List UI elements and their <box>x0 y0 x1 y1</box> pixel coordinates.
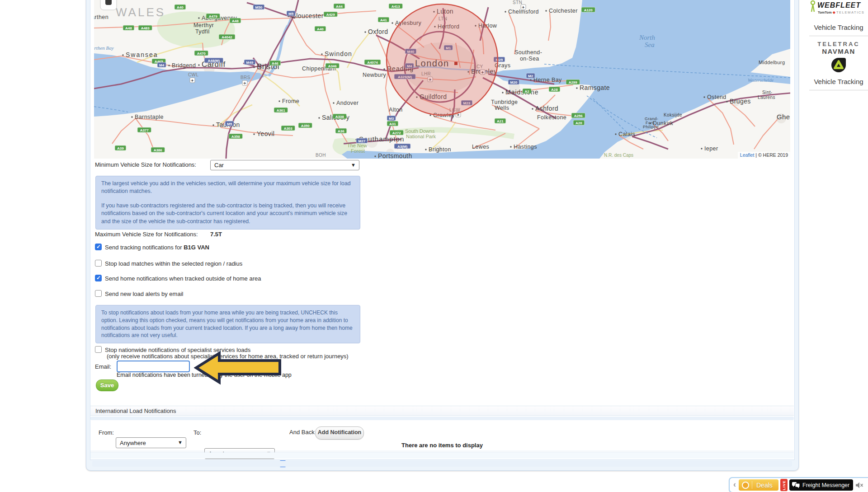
map-city-label: BOH <box>316 153 326 158</box>
map-road-badge-label: A46 <box>272 61 278 66</box>
info-box-vehicle-size: The largest vehicle you add in the vehic… <box>95 176 360 230</box>
intl-section-title: International Load Notifications <box>95 408 176 414</box>
map-city-label: Carmarthen <box>94 14 108 20</box>
collapse-chevron-icon[interactable]: ‹ <box>733 480 736 489</box>
map-city-label: Middelburg <box>759 60 785 65</box>
map-road-badge-label: A28 <box>551 88 558 92</box>
map-road-badge-label: M27 <box>359 139 366 143</box>
map-city-dot <box>122 54 123 56</box>
map-city-label: Calais <box>618 131 635 137</box>
map-city-dot <box>510 146 511 147</box>
map[interactable]: WALESNorthSeaCarmarthen BayWesterschelde… <box>94 0 790 159</box>
map-city-dot <box>726 101 727 102</box>
live-badge[interactable]: LIVE <box>780 479 788 491</box>
map-road-badge-label: A48 <box>125 26 132 30</box>
map-city-dot <box>321 53 322 55</box>
deals-button[interactable]: Deals <box>739 479 778 491</box>
map-road-badge-label: A358 <box>231 135 241 139</box>
map-city-dot <box>392 22 393 23</box>
map-city-label: Hastings <box>514 144 537 150</box>
map-city-dot <box>253 66 255 68</box>
map-road-badge-label: M5 <box>288 12 294 16</box>
map-city-dot <box>198 17 199 19</box>
map-road-badge-label: A303 <box>284 127 293 131</box>
freight-messenger-label: Freight Messenger <box>802 482 849 488</box>
map-road-badge-label: M49 <box>246 61 254 65</box>
map-road-badge-label: A39 <box>117 146 124 150</box>
map-city-dot <box>318 117 320 118</box>
map-road-badge-label: M4 <box>159 63 165 67</box>
map-city-dot <box>701 148 702 149</box>
leaflet-link[interactable]: Leaflet <box>740 152 755 158</box>
map-city-label: Ieper <box>704 145 718 152</box>
map-city-label: Tydfil <box>195 28 210 35</box>
webfleet-logo[interactable]: WEBFLEET TomTom ◆ TELEMATICS <box>809 0 868 16</box>
map-city-label: Ostend <box>707 94 726 100</box>
map-city-label: Newbury <box>363 72 386 78</box>
tracking-notifications-checkbox[interactable] <box>95 244 102 250</box>
map-road-badge-label: M5 <box>227 122 232 126</box>
info-box-home-notifications: To stop notifications about loads from y… <box>95 305 360 343</box>
map-city-label: Lewes <box>472 144 489 150</box>
map-road-badge-label: A4074 <box>367 61 378 65</box>
map-road-badge-label: A272 <box>392 131 401 135</box>
from-label: From: <box>99 429 114 436</box>
map-road-badge-label: A40 <box>177 5 184 9</box>
home-location-marker <box>454 62 458 65</box>
map-city-label: CWL <box>188 72 198 77</box>
divider <box>809 36 868 36</box>
map-zoom-button[interactable] <box>100 0 117 10</box>
map-road-badge-label: A120 <box>584 8 593 12</box>
map-city-label: Koksijde <box>664 112 682 117</box>
email-field[interactable] <box>117 361 190 372</box>
specialist-services-checkbox[interactable] <box>95 346 102 353</box>
teletrac-navman-logo[interactable] <box>809 57 868 75</box>
home-notifications-checkbox[interactable] <box>95 275 102 281</box>
map-road-badge-label: A20 <box>576 121 582 125</box>
map-city-dot <box>253 133 255 135</box>
map-road-badge-label: A3(M) <box>397 145 408 149</box>
min-vehicle-select[interactable]: Car ▼ <box>210 160 359 170</box>
chevron-down-icon: ▼ <box>351 162 356 168</box>
freight-messenger-button[interactable]: Freight Messenger <box>789 479 853 491</box>
deals-label: Deals <box>756 482 773 489</box>
stop-load-matches-checkbox[interactable] <box>95 260 102 267</box>
map-city-label: Swansea <box>126 51 158 58</box>
map-city-label: Gloucester <box>291 12 324 19</box>
add-notification-button[interactable]: Add Notification <box>315 426 364 440</box>
map-road-badge-label: A31 <box>389 122 396 126</box>
vehicle-name: B1G VAN <box>184 244 209 251</box>
save-button[interactable]: Save <box>96 380 118 391</box>
map-park-label: National Park <box>406 134 436 139</box>
map-city-label: Brighton <box>429 146 451 153</box>
checkbox-row: Stop nationwide notifications of special… <box>95 346 102 355</box>
map-canvas: WALESNorthSeaCarmarthen BayWesterschelde… <box>94 0 790 159</box>
map-city-label: Sint- <box>762 90 773 95</box>
email-label: Email: <box>95 363 111 370</box>
map-sea-label: Carmarthen Bay <box>94 45 114 51</box>
map-attribution: Leaflet | © HERE 2019 <box>738 152 790 159</box>
map-sea-label: North <box>639 34 655 41</box>
email-alerts-checkbox[interactable] <box>95 290 102 297</box>
map-city-dot <box>703 96 705 98</box>
coin-icon <box>742 482 749 489</box>
map-city-dot <box>333 102 334 103</box>
map-city-label: Colchester <box>549 8 578 14</box>
map-city-dot <box>429 114 431 116</box>
checkbox-label: Send new load alerts by email <box>105 291 183 297</box>
map-city-label: Alton <box>389 107 403 113</box>
checkbox-row: Send home notifications when tracked out… <box>95 275 102 283</box>
webfleet-tagline: Vehicle Tracking <box>809 23 868 31</box>
checkbox-row: Send tracking notifications for B1G VAN <box>95 244 102 252</box>
map-road-badge-label: A36 <box>338 129 344 133</box>
max-vehicle-label: Maximum Vehicle Size for Notifications: <box>95 231 198 238</box>
intl-section-header: International Load Notifications <box>90 406 794 416</box>
max-vehicle-value: 7.5T <box>210 231 222 238</box>
map-road-badge-label: A483 <box>141 26 150 30</box>
map-road-badge-label: A386 <box>154 148 163 152</box>
map-city-label: Wells <box>495 105 509 111</box>
webfleet-brand-text: WEBFLEET <box>817 1 861 9</box>
radius-circle[interactable] <box>387 4 498 115</box>
map-road-badge-label: A41 <box>380 18 387 22</box>
mute-speaker-icon[interactable] <box>855 482 863 488</box>
